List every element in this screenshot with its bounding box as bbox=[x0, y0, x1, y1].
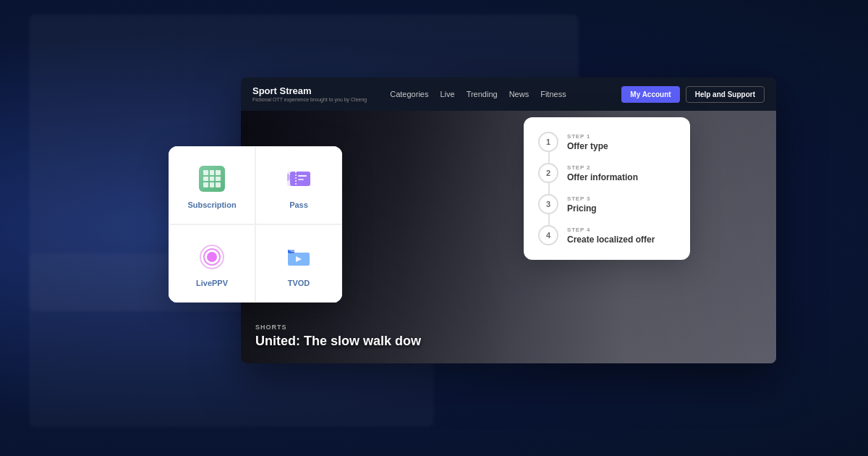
tvod-icon bbox=[284, 242, 313, 271]
brand-subtitle: Fictional OTT experience brought to you … bbox=[252, 97, 367, 103]
brand: Sport Stream Fictional OTT experience br… bbox=[252, 85, 367, 103]
step-item-4: 4 STEP 4 Create localized offer bbox=[538, 225, 676, 245]
step-title-3[interactable]: Pricing bbox=[567, 203, 597, 214]
nav-actions: My Account Help and Support bbox=[621, 86, 765, 103]
nav-links: Categories Live Trending News Fitness bbox=[390, 90, 604, 98]
hero-content: SHORTS United: The slow walk dow bbox=[255, 324, 421, 349]
hero-title: United: The slow walk dow bbox=[255, 334, 421, 349]
offer-card-pass[interactable]: Pass bbox=[255, 146, 342, 224]
step-content-4: STEP 4 Create localized offer bbox=[567, 225, 655, 245]
step-content-1: STEP 1 Offer type bbox=[567, 132, 608, 163]
step-title-2[interactable]: Offer information bbox=[567, 172, 638, 182]
hero-tag: SHORTS bbox=[255, 324, 421, 331]
my-account-button[interactable]: My Account bbox=[621, 86, 679, 103]
step-item-2: 2 STEP 2 Offer information bbox=[538, 163, 676, 194]
svg-rect-4 bbox=[298, 179, 304, 180]
step-circle-4: 4 bbox=[538, 225, 558, 245]
subscription-label: Subscription bbox=[187, 200, 236, 209]
step-label-2: STEP 2 bbox=[567, 164, 638, 171]
nav-fitness[interactable]: Fitness bbox=[540, 90, 566, 98]
step-label-4: STEP 4 bbox=[567, 227, 655, 233]
nav-trending[interactable]: Trending bbox=[467, 90, 498, 98]
pass-icon bbox=[284, 164, 313, 193]
step-circle-3: 3 bbox=[538, 194, 558, 214]
liveppv-label: LivePPV bbox=[196, 279, 228, 287]
offer-cards-panel: Subscription Pass LivePPV bbox=[169, 146, 342, 303]
offer-card-liveppv[interactable]: LivePPV bbox=[169, 224, 255, 303]
help-support-button[interactable]: Help and Support bbox=[686, 86, 765, 103]
step-label-3: STEP 3 bbox=[567, 195, 597, 202]
nav-news[interactable]: News bbox=[509, 90, 529, 98]
step-content-2: STEP 2 Offer information bbox=[567, 163, 638, 194]
nav-categories[interactable]: Categories bbox=[390, 90, 428, 98]
offer-card-tvod[interactable]: TVOD bbox=[255, 224, 342, 303]
brand-title: Sport Stream bbox=[252, 85, 367, 97]
step-circle-2: 2 bbox=[538, 163, 558, 183]
navbar: Sport Stream Fictional OTT experience br… bbox=[241, 77, 776, 111]
offer-card-subscription[interactable]: Subscription bbox=[169, 146, 255, 224]
liveppv-icon bbox=[197, 242, 226, 271]
step-label-1: STEP 1 bbox=[567, 133, 608, 140]
steps-panel: 1 STEP 1 Offer type 2 STEP 2 Offer infor… bbox=[524, 117, 690, 260]
pass-label: Pass bbox=[289, 200, 308, 209]
svg-rect-3 bbox=[298, 175, 307, 177]
svg-marker-7 bbox=[288, 250, 294, 253]
step-circle-1: 1 bbox=[538, 132, 558, 152]
nav-live[interactable]: Live bbox=[440, 90, 454, 98]
step-item-3: 3 STEP 3 Pricing bbox=[538, 194, 676, 225]
step-title-1[interactable]: Offer type bbox=[567, 141, 608, 151]
subscription-icon bbox=[197, 164, 226, 193]
step-item-1: 1 STEP 1 Offer type bbox=[538, 132, 676, 163]
step-title-4[interactable]: Create localized offer bbox=[567, 235, 655, 245]
tvod-label: TVOD bbox=[288, 279, 310, 287]
step-content-3: STEP 3 Pricing bbox=[567, 194, 597, 225]
